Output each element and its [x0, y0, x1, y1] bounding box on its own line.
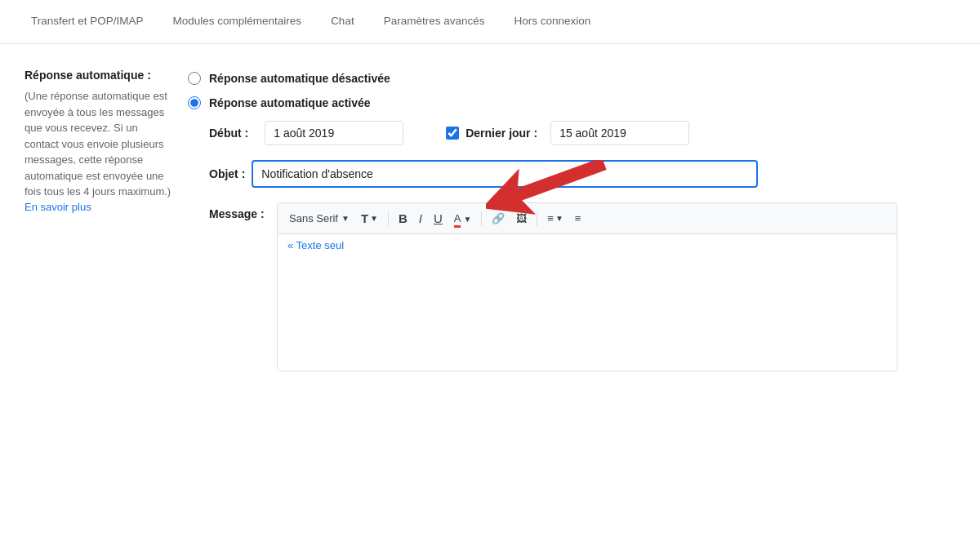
main-content: Réponse automatique : (Une réponse autom… [0, 44, 980, 388]
tab-parametres[interactable]: Paramètres avancés [369, 2, 500, 42]
radio-on-label: Réponse automatique activée [209, 96, 371, 109]
message-editor: Sans Serif ▼ T ▼ B [277, 202, 898, 371]
color-chevron: ▼ [463, 215, 471, 224]
font-family-selector[interactable]: Sans Serif ▼ [284, 209, 354, 228]
debut-input[interactable] [265, 121, 403, 145]
section-title: Réponse automatique : [24, 69, 172, 82]
font-family-chevron: ▼ [341, 214, 350, 223]
font-family-label: Sans Serif [289, 212, 338, 224]
objet-label: Objet : [209, 167, 245, 180]
underline-icon: U [434, 211, 443, 225]
italic-icon: I [419, 211, 422, 225]
subject-row: Objet : [209, 160, 956, 188]
editor-toolbar: Sans Serif ▼ T ▼ B [278, 203, 897, 234]
image-btn[interactable]: 🖼 [511, 209, 532, 228]
message-row: Message : Sans Serif ▼ T ▼ [209, 202, 956, 371]
text-color-icon: A ▼ [454, 212, 472, 224]
radio-on-option[interactable]: Réponse automatique activée [188, 96, 956, 109]
link-btn[interactable]: 🔗 [487, 209, 510, 228]
section-description: Réponse automatique : (Une réponse autom… [24, 69, 188, 371]
form-fields: Réponse automatique désactivée Réponse a… [188, 69, 956, 371]
list-icon: ≡ [575, 212, 581, 224]
last-day-section: Dernier jour : [446, 121, 689, 145]
tab-hors[interactable]: Hors connexion [499, 2, 605, 42]
radio-off-option[interactable]: Réponse automatique désactivée [188, 72, 956, 85]
objet-input[interactable] [252, 160, 758, 188]
align-chevron: ▼ [555, 214, 564, 223]
radio-off-input[interactable] [188, 72, 201, 85]
font-size-icon: T [361, 211, 368, 225]
image-icon: 🖼 [516, 212, 527, 224]
toolbar-sep-1 [388, 211, 389, 226]
color-a-label: A [454, 212, 461, 228]
dernier-jour-label: Dernier jour : [466, 127, 537, 140]
tab-transfert[interactable]: Transfert et POP/IMAP [16, 2, 158, 42]
toolbar-sep-2 [481, 211, 482, 226]
align-icon: ≡ [547, 212, 554, 224]
bold-icon: B [399, 211, 408, 225]
radio-on-input[interactable] [188, 96, 201, 109]
underline-btn[interactable]: U [429, 208, 448, 229]
align-btn[interactable]: ≡ ▼ [542, 209, 568, 228]
message-label: Message : [209, 202, 270, 220]
tab-modules[interactable]: Modules complémentaires [158, 2, 317, 42]
settings-nav: Transfert et POP/IMAP Modules complément… [0, 0, 980, 44]
bold-btn[interactable]: B [394, 208, 412, 229]
dernier-jour-checkbox[interactable] [446, 127, 459, 140]
font-size-btn[interactable]: T ▼ [356, 208, 383, 229]
text-color-btn[interactable]: A ▼ [449, 209, 477, 228]
font-size-chevron: ▼ [370, 214, 378, 223]
reponse-section: Réponse automatique : (Une réponse autom… [24, 69, 956, 371]
editor-body[interactable] [278, 256, 897, 371]
italic-btn[interactable]: I [414, 208, 427, 229]
text-only-link[interactable]: « Texte seul [278, 234, 897, 256]
tab-chat[interactable]: Chat [316, 2, 369, 42]
learn-more-link[interactable]: En savoir plus [24, 201, 91, 213]
date-row: Début : Dernier jour : [209, 121, 956, 145]
debut-label: Début : [209, 127, 248, 140]
link-icon: 🔗 [492, 212, 505, 224]
toolbar-sep-3 [537, 211, 537, 226]
list-btn[interactable]: ≡ [570, 209, 586, 228]
dernier-jour-input[interactable] [550, 121, 689, 145]
section-note: (Une réponse automatique est envoyée à t… [24, 88, 172, 200]
radio-off-label: Réponse automatique désactivée [209, 72, 390, 85]
